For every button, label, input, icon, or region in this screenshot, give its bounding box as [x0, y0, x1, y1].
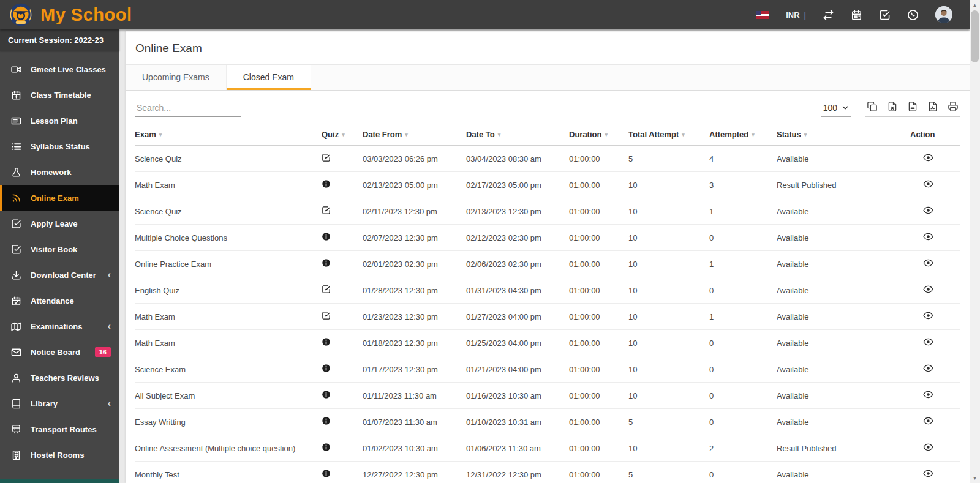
bus-icon — [11, 424, 21, 435]
content-card: Online Exam Upcoming Exams Closed Exam 1… — [126, 31, 970, 483]
sidebar-item-download-center[interactable]: Download Center ‹ — [0, 262, 119, 288]
date-from: 01/23/2023 12:30 pm — [363, 304, 466, 330]
view-exam-icon[interactable] — [923, 468, 933, 479]
user-avatar[interactable] — [935, 6, 952, 23]
sidebar-item-label: Class Timetable — [31, 91, 91, 100]
sidebar-item-transport-routes[interactable]: Transport Routes — [0, 416, 119, 442]
sidebar-item-library[interactable]: Library ‹ — [0, 391, 119, 416]
column-header-action[interactable]: Action — [910, 122, 960, 146]
view-exam-icon[interactable] — [923, 337, 933, 347]
print-button[interactable] — [948, 101, 959, 112]
mail-icon — [11, 347, 21, 358]
view-exam-icon[interactable] — [923, 231, 933, 242]
export-excel-button[interactable] — [887, 101, 898, 112]
currency-selector[interactable]: INR | — [786, 10, 806, 20]
sidebar-item-teachers-reviews[interactable]: Teachers Reviews — [0, 365, 119, 391]
column-header-total-attempt[interactable]: Total Attempt▾ — [628, 122, 709, 146]
table-header-row: Exam▾ Quiz▾ Date From▾ — [135, 122, 960, 146]
duration: 01:00:00 — [569, 251, 628, 277]
check-square-icon — [322, 285, 331, 294]
exam-table-wrap: Exam▾ Quiz▾ Date From▾ — [126, 119, 970, 483]
tab-closed-exam[interactable]: Closed Exam — [226, 65, 311, 90]
sidebar-item-examinations[interactable]: Examinations ‹ — [0, 313, 119, 339]
date-to: 02/17/2023 05:00 pm — [466, 172, 569, 198]
sidebar-item-lesson-plan[interactable]: Lesson Plan — [0, 108, 119, 133]
exam-name: All Subject Exam — [135, 383, 322, 409]
column-header-date-to[interactable]: Date To▾ — [466, 122, 569, 146]
column-header-date-from[interactable]: Date From▾ — [363, 122, 466, 146]
date-to: 02/13/2023 12:30 pm — [466, 198, 569, 225]
sidebar-item-notice-board[interactable]: Notice Board 16 — [0, 339, 119, 365]
sidebar-item-attendance[interactable]: Attendance — [0, 288, 119, 313]
scrollbar-thumb[interactable] — [971, 10, 979, 62]
duration: 01:00:00 — [569, 356, 628, 383]
attempted: 0 — [709, 409, 777, 435]
view-exam-icon[interactable] — [923, 442, 933, 452]
export-pdf-button[interactable] — [927, 101, 938, 112]
column-header-exam[interactable]: Exam▾ — [135, 122, 322, 146]
attempted: 1 — [709, 198, 777, 225]
scroll-down-arrow[interactable]: ▼ — [970, 473, 980, 483]
todo-check-icon[interactable] — [879, 9, 891, 21]
exchange-icon[interactable] — [823, 9, 834, 21]
view-exam-icon[interactable] — [923, 363, 933, 373]
column-header-status[interactable]: Status▾ — [777, 122, 910, 146]
sidebar-item-label: Visitor Book — [31, 245, 77, 254]
sidebar-item-online-exam[interactable]: Online Exam — [0, 185, 119, 211]
sidebar-item-homework[interactable]: Homework — [0, 159, 119, 185]
page-size-select[interactable]: 100 — [821, 103, 851, 117]
status: Available — [777, 409, 910, 435]
list-icon — [11, 141, 21, 152]
sidebar-item-syllabus-status[interactable]: Syllabus Status — [0, 133, 119, 159]
sidebar-item-visitor-book[interactable]: Visitor Book — [0, 236, 119, 262]
export-csv-button[interactable] — [907, 101, 918, 112]
column-header-quiz[interactable]: Quiz▾ — [322, 122, 363, 146]
sort-caret-icon: ▾ — [342, 132, 345, 138]
language-flag-icon[interactable] — [756, 11, 769, 19]
sidebar-item-class-timetable[interactable]: Class Timetable — [0, 82, 119, 108]
view-exam-icon[interactable] — [923, 152, 933, 163]
search-input[interactable] — [135, 100, 241, 117]
view-exam-icon[interactable] — [923, 284, 933, 294]
view-exam-icon[interactable] — [923, 205, 933, 215]
info-circle-icon — [322, 179, 331, 189]
calendar-check-icon — [11, 296, 21, 306]
exam-name: Essay Writting — [135, 409, 322, 435]
table-row: Math Exam 01/18/2023 12:30 pm 01/25/2023… — [135, 330, 960, 356]
check-square-icon — [322, 153, 331, 162]
view-exam-icon[interactable] — [923, 310, 933, 321]
scroll-up-arrow[interactable]: ▲ — [970, 0, 980, 10]
sort-caret-icon: ▾ — [804, 132, 807, 138]
sidebar-item-gmeet-live-classes[interactable]: Gmeet Live Classes — [0, 56, 119, 82]
download-icon — [11, 270, 21, 280]
copy-button[interactable] — [867, 101, 878, 112]
header-tools — [823, 9, 919, 21]
view-exam-icon[interactable] — [923, 179, 933, 189]
date-from: 02/13/2023 05:00 pm — [363, 172, 466, 198]
sidebar-item-hostel-rooms[interactable]: Hostel Rooms — [0, 442, 119, 468]
view-exam-icon[interactable] — [923, 389, 933, 400]
sort-caret-icon: ▾ — [498, 132, 501, 138]
info-circle-icon — [322, 469, 331, 478]
date-to: 12/31/2022 12:30 pm — [466, 462, 569, 483]
sidebar-item-label: Download Center — [31, 271, 96, 280]
view-exam-icon[interactable] — [923, 416, 933, 426]
column-header-duration[interactable]: Duration▾ — [569, 122, 628, 146]
map-icon — [11, 321, 21, 332]
tab-upcoming-exams[interactable]: Upcoming Exams — [126, 65, 226, 90]
view-exam-icon[interactable] — [923, 258, 933, 268]
duration: 01:00:00 — [569, 304, 628, 330]
whatsapp-icon[interactable] — [907, 9, 919, 21]
sort-caret-icon: ▾ — [605, 132, 608, 138]
duration: 01:00:00 — [569, 225, 628, 251]
sidebar-item-apply-leave[interactable]: Apply Leave — [0, 211, 119, 236]
sidebar-item-label: Hostel Rooms — [31, 451, 84, 460]
calendar-icon[interactable] — [851, 9, 862, 21]
sort-caret-icon: ▾ — [752, 132, 755, 138]
attempted: 0 — [709, 330, 777, 356]
exam-name: Math Exam — [135, 172, 322, 198]
table-body: Science Quiz 03/03/2023 06:26 pm 03/04/2… — [135, 146, 960, 483]
column-header-attempted[interactable]: Attempted▾ — [709, 122, 777, 146]
column-label: Status — [777, 130, 801, 139]
column-label: Date From — [363, 130, 402, 139]
